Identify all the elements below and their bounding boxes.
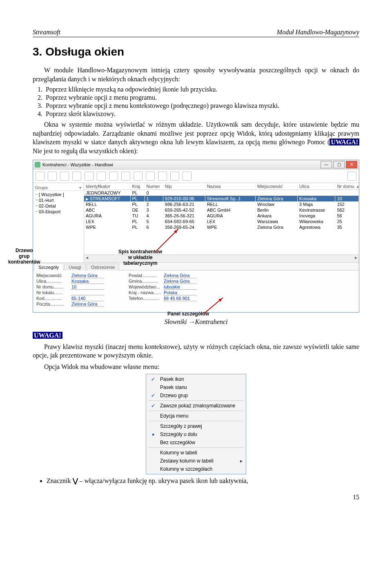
col-header[interactable]: Identyfikator (84, 183, 130, 190)
toolbar-icon[interactable] (60, 172, 69, 181)
callout-tree: Drzewo grup kontrahentów (8, 248, 40, 265)
page-header: Streamsoft Moduł Handlowo-Magazynowy (33, 29, 359, 37)
header-left: Streamsoft (33, 29, 60, 36)
col-header[interactable]: Kraj (130, 183, 145, 190)
col-header[interactable]: Numer (145, 183, 163, 190)
maximize-button[interactable]: ▢ (333, 161, 345, 168)
tab-ostrzezenie[interactable]: Ostrzeżenie (87, 264, 120, 270)
list-item: Poprzez wybranie opcji z menu kontekstow… (44, 102, 359, 110)
toolbar-icon[interactable] (48, 172, 57, 181)
table-row[interactable]: JEDNORAZOWYPL0 (84, 190, 359, 196)
col-header[interactable]: Nip (163, 183, 205, 190)
list-item: Poprzez skrót klawiszowy. (44, 110, 359, 118)
app-icon (35, 162, 40, 168)
col-header[interactable]: Nazwa (205, 183, 255, 190)
table-row[interactable]: AGURATU4365-26-56-321AGURAAnkaraInovega5… (84, 213, 359, 219)
table-row[interactable]: WPEPL6358-269-65-24WPEZielona GóraAgrest… (84, 224, 359, 230)
section-title: 3. Obsługa okien (33, 45, 359, 58)
list-item: Poprzez kliknięcie myszką na odpowiednie… (44, 86, 359, 93)
tree-header: Grupa▾ (34, 185, 83, 191)
methods-list: Poprzez kliknięcie myszką na odpowiednie… (44, 86, 359, 118)
tab-uwagi[interactable]: Uwagi (64, 264, 86, 270)
toolbar-icon[interactable] (158, 172, 167, 181)
table-row[interactable]: STREAMSOFTPL1929-010-00-96Streamsoft Sp.… (84, 196, 359, 201)
tree-item[interactable]: [ Wszystkie ] (35, 192, 83, 197)
toolbar-icon[interactable] (134, 172, 143, 181)
titlebar: Kontrahenci - Wszystkie - Handlowi — ▢ ✕ (33, 160, 359, 170)
col-header[interactable]: Miejscowość (256, 183, 298, 190)
bullet-item: Znacznik ⋁ – włącza/wyłącza funkcję np. … (47, 477, 359, 485)
app-window: Kontrahenci - Wszystkie - Handlowi — ▢ ✕… (33, 160, 359, 313)
group-tree[interactable]: Grupa▾ [ Wszystkie ] 01-Hurt 02-Detal 03… (33, 183, 84, 262)
toolbar-icon[interactable] (97, 172, 106, 181)
toolbar-icon[interactable] (72, 172, 81, 181)
menu-item[interactable]: Kolumny w tabeli (147, 449, 245, 457)
uwaga-badge: UWAGA! (33, 332, 62, 339)
col-header[interactable]: Nr domu ▲ (335, 183, 359, 190)
intro-paragraph: W module Handlowo-Magazynowym istnieją c… (33, 66, 359, 83)
menu-item[interactable]: Szczegóły z prawej (147, 422, 245, 430)
menu-item[interactable]: Kolumny w szczegółach (147, 465, 245, 473)
paragraph-3: Prawy klawisz myszki (inaczej menu konte… (33, 342, 359, 360)
tree-item[interactable]: 01-Hurt (35, 197, 83, 203)
menu-item[interactable]: ●Szczegóły u dołu (147, 430, 245, 438)
toolbar-icon[interactable] (347, 172, 356, 181)
toolbar (33, 170, 359, 183)
page-number: 15 (33, 494, 359, 501)
menu-item[interactable]: ✓Pasek ikon (147, 375, 245, 383)
menu-item[interactable]: Pasek stanu (147, 383, 245, 391)
uwaga-paragraph: UWAGA! (33, 331, 359, 340)
table-row[interactable]: RELLPL2986-256-63-21RELLWrocław3 Maja152 (84, 201, 359, 207)
uwaga-badge: UWAGA! (330, 139, 359, 145)
table-row[interactable]: LEXPL5654-582-69-65LEXWarszawaWilanowska… (84, 219, 359, 224)
toolbar-icon[interactable] (121, 172, 130, 181)
toolbar-icon[interactable] (85, 172, 94, 181)
menu-item[interactable]: ✓Drzewo grup (147, 391, 245, 400)
window-title: Kontrahenci - Wszystkie - Handlowi (42, 162, 113, 167)
col-header[interactable]: Ulica (297, 183, 335, 190)
toolbar-icon[interactable] (36, 172, 45, 181)
header-right: Moduł Handlowo-Magazynowy (277, 29, 359, 36)
toolbar-icon[interactable] (170, 172, 179, 181)
paragraph-4: Opcja Widok ma wbudowane własne menu: (33, 362, 359, 371)
figure-caption: Słowniki →Kontrahenci (33, 317, 359, 326)
paragraph-2: Okna w systemie można wyświetlać w różny… (33, 120, 359, 155)
table-row[interactable]: ABCDE3659-265-42-52ABC GmbHBerlinKevinst… (84, 207, 359, 213)
tree-item[interactable]: 02-Detal (35, 203, 83, 209)
details-panel: Szczegóły Uwagi Ostrzeżenie MiejscowośćZ… (33, 262, 359, 312)
menu-item[interactable]: Edycja menu (147, 412, 245, 420)
menu-item[interactable]: Bez szczegółów (147, 438, 245, 447)
toolbar-icon[interactable] (183, 172, 192, 181)
list-item: Poprzez wybranie opcji z menu programu. (44, 94, 359, 101)
menu-item[interactable]: Zestawy kolumn w tabeli▸ (147, 457, 245, 465)
menu-item[interactable]: ✓Zawsze pokaż zmaksymalizowane (147, 402, 245, 410)
callout-panel: Panel szczegółów (167, 311, 209, 317)
minimize-button[interactable]: — (321, 161, 332, 168)
tree-item[interactable]: 03-Eksport (35, 209, 83, 215)
context-menu: ✓Pasek ikonPasek stanu✓Drzewo grup✓Zawsz… (146, 374, 246, 474)
close-button[interactable]: ✕ (346, 161, 357, 168)
toolbar-icon[interactable] (146, 172, 155, 181)
toolbar-icon[interactable] (109, 172, 118, 181)
bullet-list: Znacznik ⋁ – włącza/wyłącza funkcję np. … (47, 477, 359, 485)
